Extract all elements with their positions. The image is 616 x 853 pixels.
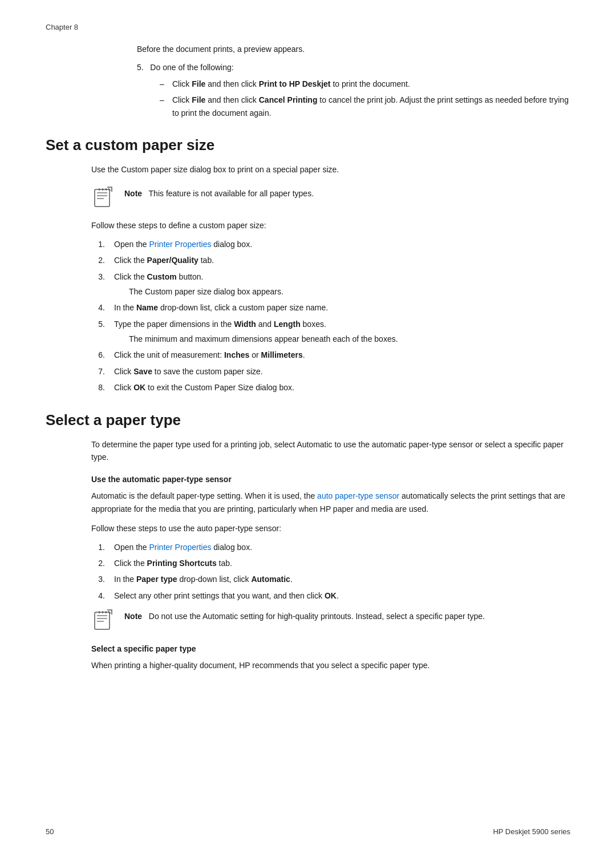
note-text-2: Note Do not use the Automatic setting fo… (124, 608, 485, 622)
auto-step-3: 3. In the Paper type drop-down list, cli… (91, 573, 570, 585)
note-icon (91, 185, 116, 210)
specific-paper-body: When printing a higher-quality document,… (91, 659, 570, 672)
select-paper-type-intro: To determine the paper type used for a p… (91, 438, 570, 464)
custom-step-4: 4. In the Name drop-down list, click a c… (91, 301, 570, 314)
custom-step-3: 3. Click the Custom button. The Custom p… (91, 270, 570, 298)
dash-item-2: Click File and then click Cancel Printin… (160, 94, 570, 119)
dash-item-1: Click File and then click Print to HP De… (160, 78, 570, 90)
select-paper-type-heading: Select a paper type (46, 411, 570, 429)
custom-step-2: 2. Click the Paper/Quality tab. (91, 254, 570, 266)
auto-step-2: 2. Click the Printing Shortcuts tab. (91, 557, 570, 569)
note-icon-2 (91, 608, 116, 633)
custom-paper-intro: Use the Custom paper size dialog box to … (91, 163, 570, 176)
auto-sensor-note-box: Note Do not use the Automatic setting fo… (91, 608, 570, 633)
custom-step-3-sub: The Custom paper size dialog box appears… (129, 285, 570, 298)
custom-step-5-sub: The minimum and maximum dimensions appea… (129, 333, 570, 345)
dash-item-1-text: Click File and then click Print to HP De… (172, 78, 410, 90)
printer-properties-link-2[interactable]: Printer Properties (149, 543, 212, 552)
page: Chapter 8 Before the document prints, a … (0, 0, 616, 853)
auto-step-4: 4. Select any other print settings that … (91, 589, 570, 602)
custom-step-8: 8. Click OK to exit the Custom Paper Siz… (91, 381, 570, 394)
specific-paper-heading: Select a specific paper type (91, 644, 570, 653)
auto-sensor-heading: Use the automatic paper-type sensor (91, 475, 570, 484)
svg-rect-7 (95, 612, 110, 629)
step5-num: 5. (137, 63, 148, 72)
dash-list: Click File and then click Print to HP De… (160, 78, 570, 119)
note-body-2: Do not use the Automatic setting for hig… (144, 612, 485, 621)
auto-sensor-body: Automatic is the default paper-type sett… (91, 490, 570, 515)
custom-step-1: 1. Open the Printer Properties dialog bo… (91, 238, 570, 250)
footer-page-num: 50 (46, 827, 54, 836)
auto-step-1: 1. Open the Printer Properties dialog bo… (91, 541, 570, 553)
note-text: Note This feature is not available for a… (124, 185, 314, 200)
svg-rect-0 (95, 189, 110, 207)
auto-sensor-follow: Follow these steps to use the auto paper… (91, 522, 570, 535)
custom-paper-note-box: Note This feature is not available for a… (91, 185, 570, 210)
custom-paper-follow: Follow these steps to define a custom pa… (91, 219, 570, 232)
chapter-label: Chapter 8 (46, 23, 570, 31)
note-label-2: Note (124, 612, 142, 621)
auto-sensor-steps: 1. Open the Printer Properties dialog bo… (91, 541, 570, 603)
custom-step-7: 7. Click Save to save the custom paper s… (91, 365, 570, 378)
note-label: Note (124, 189, 142, 198)
intro-before-print: Before the document prints, a preview ap… (137, 43, 570, 55)
custom-step-6: 6. Click the unit of measurement: Inches… (91, 349, 570, 361)
footer: 50 HP Deskjet 5900 series (46, 827, 570, 836)
step5-text: Do one of the following: (150, 63, 233, 72)
auto-paper-type-sensor-link[interactable]: auto paper-type sensor (317, 491, 399, 500)
printer-properties-link-1[interactable]: Printer Properties (149, 240, 212, 249)
custom-paper-heading: Set a custom paper size (46, 136, 570, 154)
custom-step-5: 5. Type the paper dimensions in the Widt… (91, 318, 570, 346)
dash-item-2-text: Click File and then click Cancel Printin… (172, 94, 570, 119)
custom-paper-steps: 1. Open the Printer Properties dialog bo… (91, 238, 570, 394)
footer-product: HP Deskjet 5900 series (493, 827, 570, 836)
note-body: This feature is not available for all pa… (144, 189, 314, 198)
